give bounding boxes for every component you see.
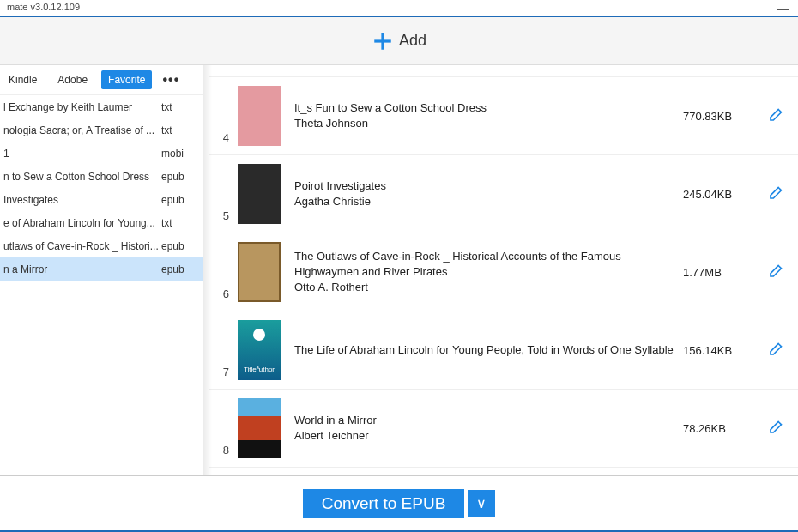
book-size: 1.77MB <box>683 266 752 279</box>
edit-icon[interactable] <box>766 342 783 359</box>
book-author: Otto A. Rothert <box>294 280 674 295</box>
book-row[interactable]: 7 The Life of Abraham Lincoln for Young … <box>209 311 798 390</box>
row-number: 4 <box>209 131 229 146</box>
book-size: 78.26KB <box>683 422 752 435</box>
edit-icon[interactable] <box>766 263 783 281</box>
book-info: World in a Mirror Albert Teichner <box>294 413 683 444</box>
book-info: Poirot Investigates Agatha Christie <box>294 178 683 209</box>
tab-adobe[interactable]: Adobe <box>51 70 94 89</box>
book-info: It_s Fun to Sew a Cotton School Dress Th… <box>294 100 683 131</box>
book-size: 770.83KB <box>683 110 752 123</box>
book-cover <box>238 398 281 458</box>
edit-icon[interactable] <box>766 420 783 437</box>
book-list: 4 It_s Fun to Sew a Cotton School Dress … <box>203 65 798 475</box>
book-title: Poirot Investigates <box>294 178 674 194</box>
book-row[interactable]: 5 Poirot Investigates Agatha Christie 24… <box>209 155 798 233</box>
sidebar-list: l Exchange by Keith Laumertxt nologia Sa… <box>0 95 203 281</box>
book-row-partial <box>209 65 798 77</box>
book-author: Albert Teichner <box>294 428 674 444</box>
sidebar-item[interactable]: e of Abraham Lincoln for Young...txt <box>0 211 203 234</box>
sidebar-item[interactable]: Investigatesepub <box>0 188 203 211</box>
book-cover <box>238 86 281 146</box>
sidebar-item[interactable]: 1mobi <box>0 142 203 165</box>
source-tabs: Kindle Adobe Favorite ••• <box>0 65 203 95</box>
minimize-button[interactable]: — <box>777 2 789 15</box>
book-title: The Life of Abraham Lincoln for Young Pe… <box>294 342 674 358</box>
sidebar: Kindle Adobe Favorite ••• l Exchange by … <box>0 65 203 475</box>
sidebar-item[interactable]: nologia Sacra; or, A Treatise of ...txt <box>0 118 203 142</box>
window-title: mate v3.0.12.109 <box>7 2 80 12</box>
sidebar-item[interactable]: l Exchange by Keith Laumertxt <box>0 95 203 118</box>
main: Kindle Adobe Favorite ••• l Exchange by … <box>0 65 798 475</box>
book-row[interactable]: 6 The Outlaws of Cave-in-Rock _ Historic… <box>209 233 798 311</box>
book-title: The Outlaws of Cave-in-Rock _ Historical… <box>294 249 674 280</box>
add-label: Add <box>399 32 426 50</box>
plus-icon <box>372 30 394 52</box>
convert-dropdown[interactable]: ∨ <box>468 490 495 517</box>
book-cover <box>238 320 281 380</box>
tab-favorite[interactable]: Favorite <box>101 70 152 89</box>
book-info: The Life of Abraham Lincoln for Young Pe… <box>294 342 683 358</box>
sidebar-item[interactable]: n to Sew a Cotton School Dressepub <box>0 165 203 188</box>
book-cover <box>238 242 281 302</box>
row-number: 7 <box>209 366 229 380</box>
book-row[interactable]: 4 It_s Fun to Sew a Cotton School Dress … <box>209 77 798 155</box>
book-author: Theta Johnson <box>294 116 674 131</box>
row-number: 8 <box>209 444 229 458</box>
row-number: 6 <box>209 287 229 302</box>
book-cover <box>238 164 281 224</box>
book-title: It_s Fun to Sew a Cotton School Dress <box>294 100 674 116</box>
toolbar: Add <box>0 17 798 65</box>
edit-icon[interactable] <box>766 107 783 124</box>
more-icon[interactable]: ••• <box>159 72 183 88</box>
sidebar-item[interactable]: n a Mirrorepub <box>0 257 203 281</box>
book-row[interactable]: 8 World in a Mirror Albert Teichner 78.2… <box>209 390 798 468</box>
book-info: The Outlaws of Cave-in-Rock _ Historical… <box>294 249 683 296</box>
convert-button[interactable]: Convert to EPUB <box>303 489 465 518</box>
tab-kindle[interactable]: Kindle <box>2 70 44 89</box>
book-author: Agatha Christie <box>294 194 674 209</box>
footer: Convert to EPUB ∨ <box>0 475 798 532</box>
book-size: 245.04KB <box>683 188 752 201</box>
add-button[interactable]: Add <box>372 30 426 52</box>
titlebar: mate v3.0.12.109 — <box>0 0 798 17</box>
sidebar-item[interactable]: utlaws of Cave-in-Rock _ Histori...epub <box>0 234 203 257</box>
row-number: 5 <box>209 209 229 224</box>
edit-icon[interactable] <box>766 185 783 203</box>
book-size: 156.14KB <box>683 344 752 357</box>
book-title: World in a Mirror <box>294 413 674 428</box>
